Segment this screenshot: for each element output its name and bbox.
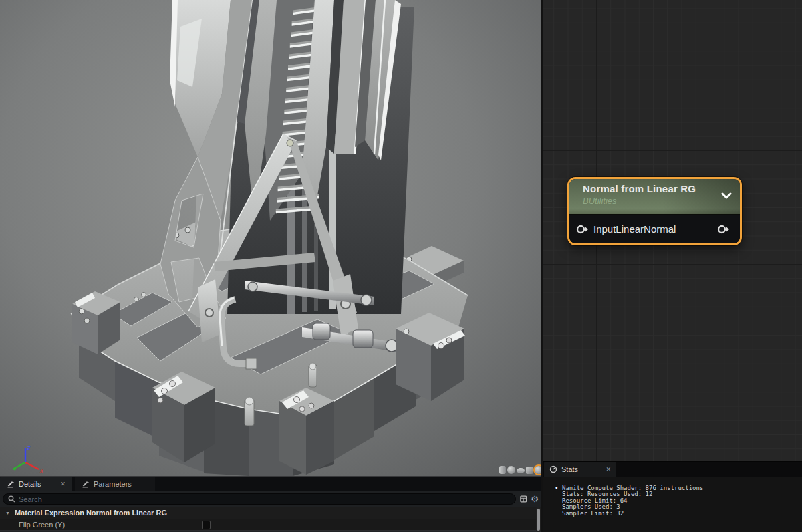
stats-line: Sampler Limit: 32 — [562, 511, 624, 517]
preview-shape-cylinder-button[interactable] — [499, 466, 506, 474]
search-row: ⚙ — [0, 491, 541, 507]
bullet-icon: • — [555, 485, 562, 491]
preview-shape-cube-button[interactable] — [526, 467, 533, 474]
scrollbar-thumb[interactable] — [537, 509, 540, 531]
details-section-header[interactable]: ▼ Material Expression Normal from Linear… — [0, 507, 541, 519]
pencil-icon — [7, 480, 15, 488]
stats-tabbar: Stats ✕ — [543, 462, 802, 477]
stats-panel: Stats ✕ • Nanite Compute Shader: 876 ins… — [543, 461, 802, 532]
preview-shape-plane-button[interactable] — [517, 468, 525, 473]
parameters-tab-label: Parameters — [94, 480, 148, 488]
axis-gizmo: z x — [4, 442, 47, 475]
view-options-grid-icon[interactable] — [520, 495, 527, 503]
property-label: Flip Green (Y) — [0, 521, 202, 529]
preview-shape-toolbar — [499, 466, 541, 474]
property-row-flip-green: Flip Green (Y) — [0, 519, 541, 531]
gizmo-z-label: z — [27, 444, 31, 451]
stats-content: • Nanite Compute Shader: 876 instruction… — [543, 477, 802, 517]
details-tabbar: Details ✕ Parameters — [0, 477, 541, 491]
right-column: Normal from Linear RG BUtilities InputLi… — [541, 0, 802, 532]
search-input[interactable] — [19, 495, 511, 503]
node-body: InputLinearNormal — [569, 215, 740, 243]
details-panel: Details ✕ Parameters — [0, 476, 541, 532]
tab-parameters[interactable]: Parameters — [75, 477, 155, 491]
input-pin-icon[interactable] — [576, 224, 589, 235]
tab-details[interactable]: Details ✕ — [0, 477, 72, 491]
close-icon[interactable]: ✕ — [60, 481, 65, 487]
material-editor-window: z x Normal from Linear RG BUtilities — [0, 0, 802, 532]
chevron-down-icon[interactable] — [721, 192, 732, 199]
node-subtitle: BUtilities — [583, 196, 740, 206]
preview-shape-sphere-button[interactable] — [507, 466, 515, 474]
material-graph-canvas[interactable]: Normal from Linear RG BUtilities InputLi… — [543, 0, 802, 461]
search-box[interactable] — [3, 493, 516, 505]
section-title: Material Expression Normal from Linear R… — [15, 509, 167, 517]
close-icon[interactable]: ✕ — [606, 466, 611, 473]
input-pin-label: InputLinearNormal — [593, 223, 676, 235]
gauge-icon — [549, 465, 557, 473]
viewport-3d-render — [0, 0, 541, 476]
preview-shape-teapot-button[interactable] — [535, 466, 541, 474]
material-expression-node[interactable]: Normal from Linear RG BUtilities InputLi… — [567, 177, 742, 245]
search-icon — [8, 495, 15, 503]
node-header: Normal from Linear RG BUtilities — [569, 179, 740, 215]
details-tab-label: Details — [19, 480, 56, 488]
output-pin-icon[interactable] — [717, 224, 730, 235]
collapse-arrow-icon[interactable]: ▼ — [5, 511, 10, 515]
preview-viewport-3d[interactable]: z x — [0, 0, 541, 476]
flip-green-checkbox[interactable] — [202, 521, 211, 529]
settings-gear-icon[interactable]: ⚙ — [531, 495, 539, 503]
stats-tab-label: Stats — [561, 465, 602, 473]
node-title: Normal from Linear RG — [583, 183, 740, 194]
details-scrollbar — [536, 507, 541, 532]
tab-stats[interactable]: Stats ✕ — [544, 462, 616, 477]
gizmo-x-label: x — [39, 467, 43, 474]
pencil-icon — [82, 480, 90, 488]
